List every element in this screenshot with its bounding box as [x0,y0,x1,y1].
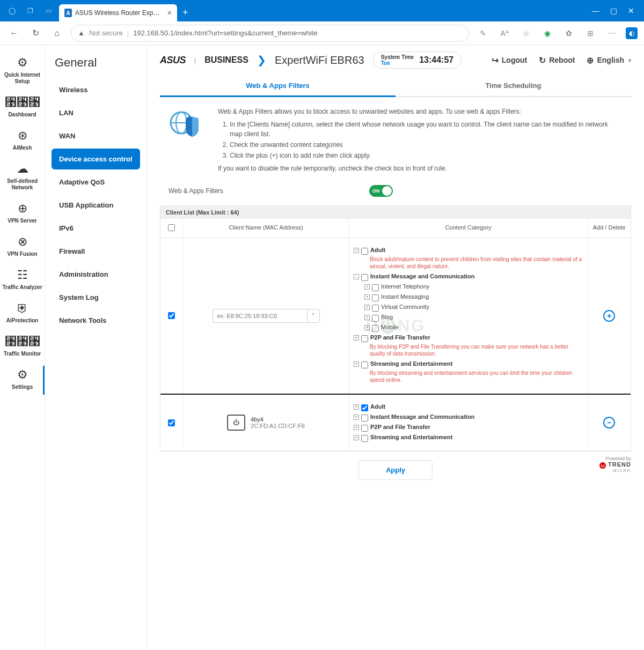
category-checkbox-adult[interactable] [361,404,368,411]
subcategory-checkbox[interactable] [372,294,379,301]
window-minimize-icon[interactable]: — [592,6,599,15]
copilot-icon[interactable]: ◐ [626,27,638,39]
rail-quick-setup[interactable]: ⚙Quick Internet Setup [0,51,45,91]
favorite-icon[interactable]: ☆ [518,26,533,41]
nav-refresh-icon[interactable]: ↻ [28,26,43,41]
intro-step-3: Click the plus (+) icon to add rule then… [230,151,618,160]
category-checkbox-streaming[interactable] [361,361,368,368]
new-tab-button[interactable]: + [182,7,188,18]
sidebar-item-firewall[interactable]: Firewall [52,241,140,262]
expand-icon[interactable]: + [364,325,370,330]
icon-rail: ⚙Quick Internet Setup ␩␩␩Dashboard ⊛AiMe… [0,45,45,650]
row-checkbox[interactable] [168,312,175,319]
sidebar-item-network-tools[interactable]: Network Tools [52,310,140,331]
row-checkbox[interactable] [168,419,175,426]
sidebar-item-wireless[interactable]: Wireless [52,79,140,100]
more-icon[interactable]: ⋯ [604,26,619,41]
business-logo: BUSINESS [204,55,248,65]
sidebar-item-administration[interactable]: Administration [52,264,140,285]
rail-vpn-fusion[interactable]: ⊗VPN Fusion [0,231,45,264]
tab-time-scheduling[interactable]: Time Scheduling [396,75,631,96]
rail-self-defined-network[interactable]: ☁Self-defined Network [0,158,45,197]
intro-paragraph-2: If you want to disable the rule temporar… [218,164,618,173]
tab-web-apps-filters[interactable]: Web & Apps Filters [160,75,396,96]
rail-aiprotection[interactable]: ⛨AiProtection [0,297,45,330]
category-checkbox-adult[interactable] [361,248,368,255]
main-content: ASUS | BUSINESS ❯ ExpertWiFi EBR63 Syste… [147,45,644,650]
rail-traffic-monitor[interactable]: ␩␩␩Traffic Monitor [0,330,45,364]
rail-traffic-analyzer[interactable]: ☷Traffic Analyzer [0,264,45,297]
browser-tab[interactable]: A ASUS Wireless Router ExpertWiFi × [59,4,177,21]
expand-icon[interactable]: + [354,361,359,367]
subcategory-checkbox[interactable] [372,284,379,291]
expand-icon[interactable]: + [354,404,359,410]
category-checkbox-im[interactable] [361,274,368,281]
collections-icon[interactable]: ⊞ [583,26,598,41]
category-checkbox-p2p[interactable] [361,335,368,342]
tab-close-icon[interactable]: × [167,9,172,17]
system-time-day: Tue [381,60,414,66]
table-header: Client Name (MAC Address) Content Catego… [160,219,631,238]
address-bar[interactable]: ▲ Not secure | 192.168.50.1/index.html?u… [71,25,469,42]
client-mac-input[interactable] [213,309,307,323]
subcategory-checkbox[interactable] [372,305,379,312]
app-icon-1[interactable]: ◯ [4,3,19,18]
expand-icon[interactable]: + [354,248,359,253]
filter-toggle[interactable]: ON [369,185,393,197]
sidebar-item-adaptive-qos[interactable]: Adaptive QoS [52,172,140,193]
bars-icon: ␩␩␩ [5,95,40,109]
rail-vpn-server[interactable]: ⊕VPN Server [0,197,45,231]
sidebar-item-wan[interactable]: WAN [52,125,140,146]
rail-dashboard[interactable]: ␩␩␩Dashboard [0,91,45,124]
expand-icon[interactable]: + [364,294,370,300]
apply-row: Apply Powered by TREND MICRO [147,452,644,489]
select-all-checkbox[interactable] [168,224,175,231]
logout-icon: ↪ [492,55,499,65]
sidebar-item-usb-application[interactable]: USB Application [52,195,140,216]
expand-icon[interactable]: + [354,335,359,341]
sidebar-item-ipv6[interactable]: IPv6 [52,218,140,239]
delete-rule-button[interactable]: − [603,417,615,429]
rail-settings[interactable]: ⚙Settings [0,364,45,397]
text-size-icon[interactable]: Aᴬ [497,26,512,41]
sidebar-item-system-log[interactable]: System Log [52,287,140,308]
vpn-fusion-icon: ⊗ [18,235,27,249]
content-tabs: Web & Apps Filters Time Scheduling [160,75,631,97]
table-row: ˅ +Adult Block adult/mature content to p… [160,238,631,394]
expand-icon[interactable]: + [354,435,359,440]
expand-icon[interactable]: + [364,305,370,310]
rail-aimesh[interactable]: ⊛AiMesh [0,124,45,158]
model-name: ExpertWiFi EBR63 [275,54,364,67]
collapse-icon[interactable]: - [354,274,359,279]
reboot-button[interactable]: ↻Reboot [539,55,575,65]
subcategory-checkbox[interactable] [372,315,379,322]
add-rule-button[interactable]: + [603,310,615,322]
nav-back-icon[interactable]: ← [6,26,21,41]
browser-toolbar: ← ↻ ⌂ ▲ Not secure | 192.168.50.1/index.… [0,21,644,45]
expand-icon[interactable]: + [364,315,370,320]
app-icon-3[interactable]: ▭ [41,3,56,18]
category-checkbox-im[interactable] [361,415,368,422]
window-close-icon[interactable]: ✕ [628,6,634,15]
language-selector[interactable]: ⊕English▾ [587,55,631,65]
apply-button[interactable]: Apply [358,460,433,480]
expand-icon[interactable]: + [354,415,359,420]
client-dropdown-button[interactable]: ˅ [307,309,320,323]
toggle-knob [382,186,392,196]
sidebar-item-device-access-control[interactable]: Device access control [52,149,140,169]
nav-home-icon[interactable]: ⌂ [49,26,64,41]
category-checkbox-streaming[interactable] [361,435,368,442]
logout-button[interactable]: ↪Logout [492,55,527,65]
tab-title: ASUS Wireless Router ExpertWiFi [75,9,162,17]
subcategory-checkbox[interactable] [372,325,379,332]
category-checkbox-p2p[interactable] [361,425,368,432]
expand-icon[interactable]: + [354,425,359,430]
window-maximize-icon[interactable]: ▢ [610,6,617,15]
wand-icon[interactable]: ✎ [475,26,491,41]
grammarly-icon[interactable]: ◉ [540,26,555,41]
extension-icon[interactable]: ✿ [561,26,576,41]
chevron-down-icon: ▾ [628,57,631,63]
expand-icon[interactable]: + [364,284,370,290]
sidebar-item-lan[interactable]: LAN [52,102,140,123]
app-icon-2[interactable]: ❐ [23,3,38,18]
